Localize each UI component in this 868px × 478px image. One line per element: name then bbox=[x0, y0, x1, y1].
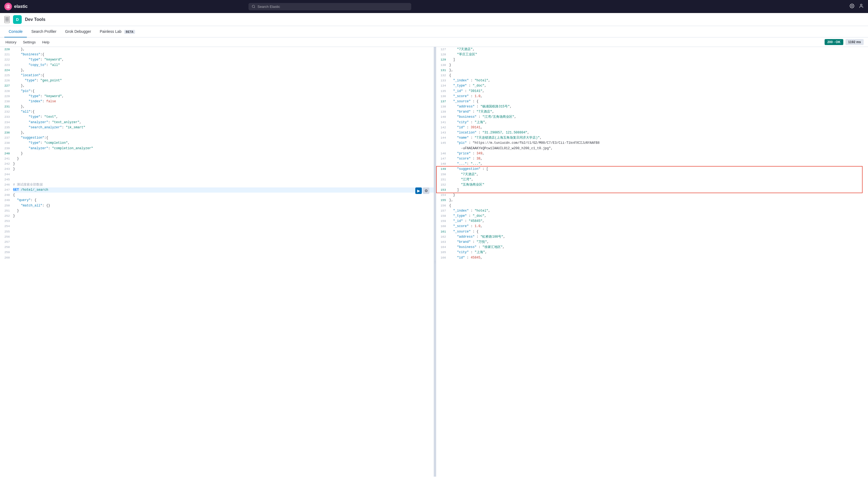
table-row: 259 bbox=[0, 250, 434, 255]
line-content: "type": "geo_point" bbox=[13, 78, 434, 83]
line-number: 149 bbox=[436, 167, 449, 172]
tab-painless-lab[interactable]: Painless Lab BETA bbox=[95, 26, 140, 37]
line-number: 245 bbox=[0, 177, 13, 182]
line-number: 233 bbox=[0, 115, 13, 120]
table-row: 164 "business" : "徐家汇地区", bbox=[436, 245, 868, 250]
line-number: 143 bbox=[436, 130, 449, 136]
line-number: 132 bbox=[436, 73, 449, 78]
history-button[interactable]: History bbox=[4, 39, 18, 45]
line-number: 243 bbox=[0, 167, 13, 172]
table-row: 128 "莘庄工业区" bbox=[436, 52, 868, 57]
line-number: 225 bbox=[0, 73, 13, 78]
line-number: 141 bbox=[436, 120, 449, 125]
line-content: "match_all": {} bbox=[13, 203, 434, 208]
line-number: 128 bbox=[436, 52, 449, 57]
copy-button[interactable]: ⚙ bbox=[423, 187, 429, 194]
logo-text: elastic bbox=[14, 4, 28, 9]
response-time-badge: 1192 ms bbox=[845, 39, 864, 45]
line-number: 166 bbox=[436, 255, 449, 261]
line-number: 127 bbox=[436, 47, 449, 52]
line-number: 258 bbox=[0, 245, 13, 250]
global-search-bar[interactable] bbox=[248, 3, 411, 10]
table-row: 166 "id" : 45845, bbox=[436, 255, 868, 261]
table-row: 233 "type": "text", bbox=[0, 115, 434, 120]
line-number: 244 bbox=[0, 172, 13, 177]
line-content: { bbox=[13, 192, 434, 198]
line-content: "business" : "徐家汇地区", bbox=[449, 245, 868, 250]
line-number: 153 bbox=[436, 187, 449, 192]
table-row: 230 "index": false bbox=[0, 99, 434, 104]
line-content: } bbox=[13, 167, 434, 172]
line-content: "_index" : "hotel", bbox=[449, 78, 868, 83]
sub-toolbar: History Settings Help 200 - OK 1192 ms bbox=[0, 37, 868, 47]
hamburger-menu[interactable]: ☰ bbox=[4, 16, 10, 23]
line-number: 129 bbox=[436, 57, 449, 62]
settings-icon[interactable] bbox=[849, 3, 855, 10]
line-number: 159 bbox=[436, 219, 449, 224]
table-row: 240 } bbox=[0, 151, 434, 156]
run-button[interactable]: ▶ bbox=[415, 187, 422, 194]
line-number: 223 bbox=[0, 63, 13, 68]
table-row: 244 bbox=[0, 172, 434, 177]
line-number: 252 bbox=[0, 213, 13, 219]
line-number: 257 bbox=[0, 240, 13, 245]
table-row: 142 "id" : 39141, bbox=[436, 125, 868, 130]
table-row: 251 } bbox=[0, 208, 434, 213]
line-number: 142 bbox=[436, 125, 449, 130]
line-number: 236 bbox=[0, 130, 13, 136]
table-row: 243} bbox=[0, 167, 434, 172]
line-content: { bbox=[449, 203, 868, 208]
table-row: 152 "五角场商业区" bbox=[436, 182, 868, 187]
line-number: 139 bbox=[436, 109, 449, 115]
help-button[interactable]: Help bbox=[41, 39, 51, 45]
line-content: "city" : "上海", bbox=[449, 120, 868, 125]
line-number: 239 bbox=[0, 146, 13, 151]
table-row: 156{ bbox=[436, 203, 868, 208]
line-content: }, bbox=[449, 198, 868, 203]
table-row: 235 "search_analyzer": "ik_smart" bbox=[0, 125, 434, 130]
line-content: ] bbox=[449, 57, 868, 62]
line-number: 135 bbox=[436, 89, 449, 94]
line-content: } bbox=[13, 208, 434, 213]
table-row: 158 "_type" : "_doc", bbox=[436, 213, 868, 219]
right-code-editor[interactable]: 127 "7天酒店",128 "莘庄工业区"129 ]130}131},132{… bbox=[436, 47, 868, 477]
table-row: 134 "_type" : "_doc", bbox=[436, 83, 868, 88]
line-content: ] bbox=[449, 187, 868, 192]
line-number: 162 bbox=[436, 234, 449, 240]
settings-button[interactable]: Settings bbox=[22, 39, 37, 45]
table-row: 148 "...": "...", bbox=[436, 161, 868, 167]
line-content: "pic":{ bbox=[13, 89, 434, 94]
line-content: }, bbox=[449, 68, 868, 73]
line-number: 248 bbox=[0, 192, 13, 198]
line-number: 144 bbox=[436, 136, 449, 141]
search-input[interactable] bbox=[257, 5, 408, 9]
line-number: 234 bbox=[0, 120, 13, 125]
table-row: 232 "all":{ bbox=[0, 109, 434, 115]
user-icon[interactable] bbox=[859, 3, 864, 10]
line-content: "suggestion" : [ bbox=[449, 167, 868, 172]
table-row: 157 "_index" : "hotel", bbox=[436, 208, 868, 213]
line-content: }, bbox=[13, 68, 434, 73]
left-code-editor[interactable]: 220 },221 "business":{222 "type": "keywo… bbox=[0, 47, 434, 477]
table-row: 252} bbox=[0, 213, 434, 219]
tab-search-profiler[interactable]: Search Profiler bbox=[27, 26, 61, 37]
elastic-logo[interactable]: elastic bbox=[4, 3, 28, 10]
resize-handle[interactable]: ⋮ bbox=[434, 47, 436, 477]
line-content: "business":{ bbox=[13, 52, 434, 57]
line-content: "copy_to": "all" bbox=[13, 63, 434, 68]
line-content: "莘庄工业区" bbox=[449, 52, 868, 57]
tab-grok-debugger[interactable]: Grok Debugger bbox=[61, 26, 95, 37]
tab-console[interactable]: Console bbox=[4, 26, 27, 37]
line-content: "suggestion":{ bbox=[13, 136, 434, 141]
nav-right-icons bbox=[849, 3, 864, 10]
table-row: 221 "business":{ bbox=[0, 52, 434, 57]
line-number: 235 bbox=[0, 125, 13, 130]
status-area: 200 - OK 1192 ms bbox=[825, 39, 864, 45]
line-content: } bbox=[13, 213, 434, 219]
line-number: 134 bbox=[436, 83, 449, 88]
top-navigation: elastic bbox=[0, 0, 868, 13]
table-row: 231 }, bbox=[0, 104, 434, 109]
line-number: 150 bbox=[436, 172, 449, 177]
table-row: -uFNAEAAKYkQPcw1IAAUIL012_w200_h200_c1_t… bbox=[436, 146, 868, 151]
table-row: 147 "score" : 38, bbox=[436, 156, 868, 161]
